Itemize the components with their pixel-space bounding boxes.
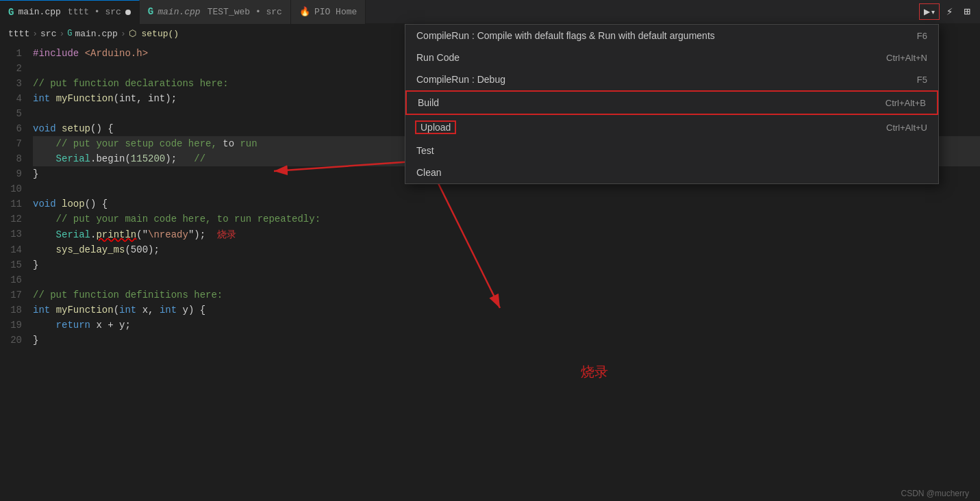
line-num-11: 11	[0, 196, 33, 211]
menu-item-test[interactable]: Test	[405, 140, 938, 162]
dropdown-menu: CompileRun : Compile with default flags …	[405, 24, 939, 184]
menu-item-upload-label: Upload	[415, 120, 859, 134]
code-line-20: 20 }	[0, 333, 980, 348]
code-line-11: 11 void loop() {	[0, 196, 980, 211]
line-num-16: 16	[0, 272, 33, 287]
line-num-9: 9	[0, 166, 33, 181]
code-line-14: 14 sys_delay_ms(500);	[0, 242, 980, 257]
line-content-2	[33, 61, 38, 76]
line-content-18: int myFunction(int x, int y) {	[33, 303, 205, 318]
menu-item-compile-run-shortcut: F6	[917, 31, 927, 41]
breadcrumb-sep-3: ›	[121, 29, 126, 39]
menu-item-build-label: Build	[418, 97, 858, 108]
menu-item-compile-debug-label: CompileRun : Debug	[416, 74, 890, 85]
tab-pio-home[interactable]: 🔥 PIO Home	[291, 0, 366, 24]
line-num-14: 14	[0, 242, 33, 257]
tab-main-testweb[interactable]: G main.cpp TEST_web • src	[140, 0, 291, 24]
tab-filename-2: main.cpp	[158, 7, 200, 17]
line-content-13: Serial.println("\nready"); 烧录	[33, 227, 236, 242]
line-content-4: int myFunction(int, int);	[33, 91, 177, 106]
code-line-18: 18 int myFunction(int x, int y) {	[0, 303, 980, 318]
line-content-11: void loop() {	[33, 196, 108, 211]
line-num-5: 5	[0, 106, 33, 121]
tab-project-1: tttt • src	[68, 7, 121, 17]
line-num-18: 18	[0, 303, 33, 318]
line-num-15: 15	[0, 257, 33, 272]
csdn-watermark: CSDN @mucherry	[890, 486, 980, 501]
menu-item-compile-debug-shortcut: F5	[917, 75, 927, 85]
code-line-15: 15 }	[0, 257, 980, 272]
line-num-20: 20	[0, 333, 33, 348]
debug-icon[interactable]: ⚡	[942, 5, 957, 18]
dropdown-arrow-icon: ▾	[931, 8, 935, 16]
breadcrumb-part-3[interactable]: main.cpp	[75, 29, 117, 39]
menu-item-clean[interactable]: Clean	[405, 162, 938, 183]
menu-item-upload[interactable]: Upload Ctrl+Alt+U	[405, 115, 938, 140]
line-num-10: 10	[0, 181, 33, 196]
tab-filename-1: main.cpp	[18, 7, 60, 17]
toolbar-right: ▶ ▾ ⚡ ⊞	[919, 3, 980, 20]
run-dropdown-button[interactable]: ▶ ▾	[919, 3, 940, 20]
breadcrumb-part-2[interactable]: src	[40, 29, 56, 39]
menu-item-test-label: Test	[416, 145, 900, 156]
code-line-13: 13 Serial.println("\nready"); 烧录	[0, 227, 980, 242]
tab-modified-dot-1	[125, 10, 131, 15]
burn-annotation-label: 烧录	[581, 363, 608, 381]
line-content-6: void setup() {	[33, 121, 114, 136]
line-num-17: 17	[0, 287, 33, 303]
line-content-1: #include <Arduino.h>	[33, 46, 148, 61]
menu-item-run-code-label: Run Code	[416, 52, 859, 63]
line-content-5	[33, 106, 38, 121]
line-num-4: 4	[0, 91, 33, 106]
code-line-12: 12 // put your main code here, to run re…	[0, 211, 980, 227]
breadcrumb-part-4[interactable]: ⬡ setup()	[129, 28, 179, 39]
menu-item-compile-debug[interactable]: CompileRun : Debug F5	[405, 68, 938, 90]
line-num-19: 19	[0, 318, 33, 333]
line-content-12: // put your main code here, to run repea…	[33, 211, 321, 227]
menu-item-upload-shortcut: Ctrl+Alt+U	[886, 123, 927, 133]
line-content-19: return x + y;	[33, 318, 131, 333]
tab-main-tttt[interactable]: G main.cpp tttt • src	[0, 0, 140, 24]
line-num-12: 12	[0, 211, 33, 227]
line-content-14: sys_delay_ms(500);	[33, 242, 160, 257]
menu-item-compile-run-label: CompileRun : Compile with default flags …	[416, 30, 890, 41]
line-content-15: }	[33, 257, 38, 272]
line-content-10	[33, 181, 38, 196]
code-line-17: 17 // put function definitions here:	[0, 287, 980, 303]
breadcrumb-sep-2: ›	[59, 29, 64, 39]
upload-box: Upload	[415, 120, 456, 134]
tab-icon-g1: G	[8, 7, 14, 18]
pio-icon: 🔥	[299, 6, 310, 17]
line-num-1: 1	[0, 46, 33, 61]
line-content-20: }	[33, 333, 38, 348]
menu-item-run-code-shortcut: Ctrl+Alt+N	[886, 53, 927, 63]
line-content-17: // put function definitions here:	[33, 287, 223, 303]
breadcrumb-file-icon: G	[67, 29, 72, 38]
code-line-16: 16	[0, 272, 980, 287]
menu-item-build-shortcut: Ctrl+Alt+B	[885, 98, 926, 108]
line-num-8: 8	[0, 151, 33, 166]
line-num-3: 3	[0, 76, 33, 91]
menu-item-compile-run[interactable]: CompileRun : Compile with default flags …	[405, 25, 938, 47]
split-editor-icon[interactable]: ⊞	[959, 5, 975, 18]
line-num-6: 6	[0, 121, 33, 136]
line-num-7: 7	[0, 136, 33, 151]
tab-bar: G main.cpp tttt • src G main.cpp TEST_we…	[0, 0, 980, 24]
menu-item-clean-label: Clean	[416, 167, 900, 178]
play-icon: ▶	[924, 7, 930, 16]
breadcrumb-sep-1: ›	[32, 29, 38, 39]
tab-project-2: TEST_web • src	[208, 7, 282, 17]
tab-pio-label: PIO Home	[314, 7, 357, 17]
line-num-2: 2	[0, 61, 33, 76]
code-line-19: 19 return x + y;	[0, 318, 980, 333]
line-content-16	[33, 272, 38, 287]
breadcrumb-part-1[interactable]: tttt	[8, 29, 29, 39]
menu-item-run-code[interactable]: Run Code Ctrl+Alt+N	[405, 47, 938, 68]
line-content-9: }	[33, 166, 38, 181]
tab-icon-g2: G	[148, 6, 153, 17]
line-num-13: 13	[0, 227, 33, 242]
line-content-3: // put function declarations here:	[33, 76, 229, 91]
menu-item-build[interactable]: Build Ctrl+Alt+B	[405, 90, 938, 115]
